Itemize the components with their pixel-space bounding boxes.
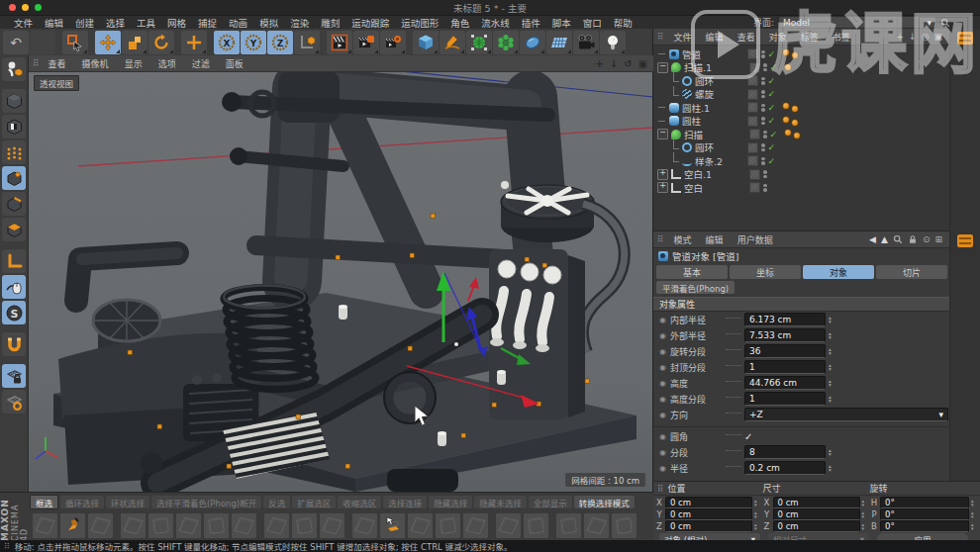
- modeling-tool-button[interactable]: [147, 512, 174, 539]
- magnet-tool-button[interactable]: [2, 332, 26, 356]
- modeling-tool-button[interactable]: [462, 512, 489, 539]
- modeling-tool-button[interactable]: [611, 512, 637, 539]
- search-icon[interactable]: [893, 234, 903, 244]
- visibility-dots[interactable]: [761, 50, 765, 58]
- viewport-pan-icon[interactable]: +: [595, 58, 603, 69]
- menu-edit[interactable]: 编辑: [39, 16, 69, 30]
- live-selection-tool[interactable]: [62, 31, 88, 54]
- visibility-dots[interactable]: [763, 184, 767, 192]
- expander[interactable]: [657, 169, 668, 180]
- redo-button[interactable]: [30, 31, 55, 54]
- keyframe-dot-icon[interactable]: ◉: [659, 363, 666, 372]
- fillet-checkbox[interactable]: ✓: [744, 431, 752, 442]
- menu-sculpt[interactable]: 雕刻: [315, 16, 345, 30]
- add-subdivision-surface-button[interactable]: [466, 31, 492, 54]
- keyframe-dot-icon[interactable]: ◉: [659, 395, 666, 404]
- value-field[interactable]: 1: [744, 392, 826, 406]
- add-spline-pen-button[interactable]: [440, 31, 465, 54]
- tree-row[interactable]: 样条.2✓: [657, 154, 950, 168]
- om-menu-view[interactable]: 查看: [732, 31, 761, 44]
- tag-icon[interactable]: [791, 105, 799, 113]
- visibility-dots[interactable]: [761, 90, 765, 98]
- model-mode-button[interactable]: [2, 89, 26, 113]
- expander[interactable]: [657, 62, 668, 73]
- viewport-toggle-icon[interactable]: ▣: [638, 58, 647, 69]
- visibility-dots[interactable]: [763, 131, 767, 138]
- tree-row[interactable]: 扫描.1✓: [657, 61, 950, 75]
- add-volume-button[interactable]: [520, 31, 545, 54]
- modeling-tool-button[interactable]: [495, 512, 522, 539]
- modeling-tool-button[interactable]: [263, 512, 290, 539]
- move-tool[interactable]: [95, 31, 121, 54]
- tree-row[interactable]: 圆环✓: [657, 74, 950, 88]
- tree-row[interactable]: 空白: [657, 181, 950, 195]
- spinner[interactable]: ▴▾: [754, 499, 757, 506]
- layer-toggle[interactable]: [747, 142, 758, 153]
- spinner[interactable]: ▴▾: [829, 464, 832, 473]
- tree-row[interactable]: 圆柱.1✓: [657, 101, 950, 115]
- menu-mesh[interactable]: 网格: [161, 16, 192, 30]
- modeling-tool-button[interactable]: [87, 512, 114, 539]
- last-tool-button[interactable]: [181, 31, 207, 54]
- modeling-tool-button[interactable]: [175, 512, 202, 539]
- spinner[interactable]: ▴▾: [971, 510, 974, 518]
- position-z-field[interactable]: 0 cm: [665, 520, 752, 532]
- om-menu-tags[interactable]: 标签: [795, 31, 825, 44]
- visibility-dots[interactable]: [761, 77, 765, 85]
- keyframe-dot-icon[interactable]: ◉: [659, 316, 666, 324]
- extrude-tool-button[interactable]: [379, 512, 406, 539]
- layout-dropdown[interactable]: Model ▾: [778, 16, 936, 29]
- panel-grip-icon[interactable]: ⠿: [657, 484, 664, 494]
- bevel-tool-button[interactable]: [59, 512, 86, 539]
- visibility-dots[interactable]: [761, 117, 765, 125]
- value-field[interactable]: 6.173 cm: [744, 313, 826, 326]
- panel-grip-icon[interactable]: ⠿: [657, 32, 664, 42]
- spinner[interactable]: ▴▾: [754, 522, 757, 530]
- am-menu-userdata[interactable]: 用户数据: [732, 233, 779, 246]
- value-field[interactable]: 7.533 cm: [744, 328, 826, 342]
- am-menu-edit[interactable]: 编辑: [700, 233, 730, 246]
- viewport-menu-filter[interactable]: 过滤: [185, 57, 217, 70]
- scale-tool[interactable]: [122, 31, 147, 54]
- value-field[interactable]: 36: [744, 344, 826, 358]
- tab-basic[interactable]: 基本: [656, 265, 728, 279]
- menu-pipeline[interactable]: 流水线: [475, 16, 516, 30]
- parent-up-icon[interactable]: ▲: [881, 234, 888, 244]
- selbtn-ring-selection[interactable]: 环状选择: [106, 496, 149, 508]
- y-axis-lock-button[interactable]: Y: [241, 31, 266, 54]
- modeling-tool-button[interactable]: [291, 512, 318, 539]
- tree-row[interactable]: 圆环✓: [657, 141, 950, 155]
- layer-toggle[interactable]: [747, 116, 758, 127]
- spinner[interactable]: ▴▾: [862, 510, 865, 518]
- add-light-button[interactable]: [600, 31, 626, 54]
- keyframe-dot-icon[interactable]: ◉: [659, 331, 666, 340]
- value-field[interactable]: 1: [744, 360, 826, 374]
- modeling-tool-button[interactable]: [351, 512, 378, 539]
- tag-icon[interactable]: [782, 116, 790, 124]
- keyframe-dot-icon[interactable]: ◉: [659, 432, 666, 441]
- om-menu-file[interactable]: 文件: [668, 31, 698, 44]
- menu-script[interactable]: 脚本: [546, 16, 577, 30]
- undo-button[interactable]: ↶: [3, 31, 29, 54]
- menu-create[interactable]: 创建: [69, 16, 100, 30]
- modeling-tool-button[interactable]: [203, 512, 230, 539]
- rotation-b-field[interactable]: 0°: [880, 520, 969, 532]
- add-deformer-button[interactable]: [493, 31, 519, 54]
- menu-character[interactable]: 角色: [444, 16, 475, 30]
- expander[interactable]: [657, 49, 666, 58]
- layer-toggle[interactable]: [747, 48, 758, 59]
- visibility-dots[interactable]: [761, 104, 765, 112]
- selbtn-grow-selection[interactable]: 扩展选区: [292, 496, 336, 508]
- lock-icon[interactable]: [908, 234, 918, 244]
- size-z-field[interactable]: 0 cm: [773, 520, 860, 532]
- visibility-dots[interactable]: [761, 143, 765, 151]
- render-to-picture-viewer-button[interactable]: [353, 31, 379, 54]
- value-field[interactable]: 44.766 cm: [744, 376, 826, 390]
- spinner[interactable]: ▴▾: [829, 395, 832, 404]
- menu-help[interactable]: 帮助: [608, 16, 638, 30]
- spinner[interactable]: ▴▾: [829, 448, 832, 457]
- tag-icon[interactable]: [791, 119, 799, 127]
- axis-mode-button[interactable]: [2, 249, 26, 273]
- expander[interactable]: [657, 182, 668, 193]
- expander[interactable]: [657, 103, 666, 112]
